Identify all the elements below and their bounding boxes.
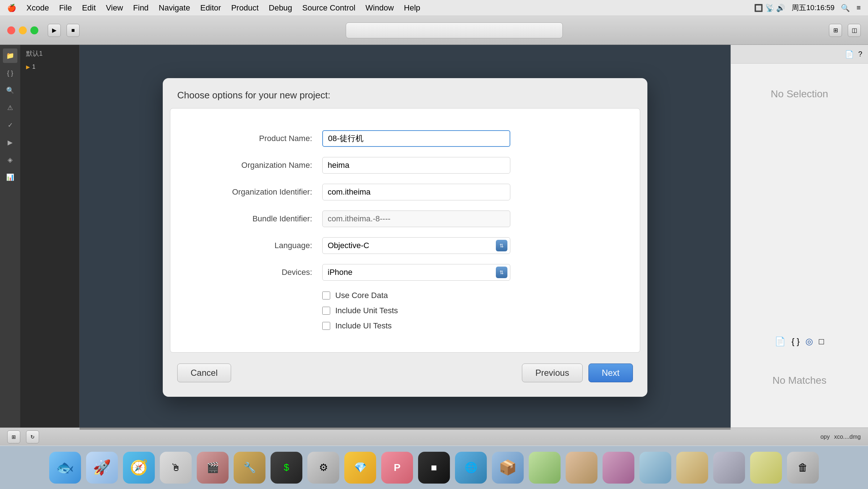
dock-icon-2[interactable] (529, 452, 561, 484)
dock-icon-7[interactable] (713, 452, 745, 484)
run-button[interactable]: ▶ (48, 24, 61, 37)
dock: 🐟 🚀 🧭 🖱 🎬 🔧 $ ⚙ 💎 P ■ 🌐 📦 🗑 (0, 446, 868, 489)
devices-label: Devices: (185, 268, 322, 277)
checkbox-group: Use Core Data Include Unit Tests Include… (322, 291, 625, 331)
include-ui-tests-checkbox[interactable] (322, 322, 330, 330)
product-name-input[interactable] (322, 130, 510, 147)
bottom-toolbar: ⊞ ↻ opy xco....dmg (0, 428, 868, 446)
org-name-input[interactable] (322, 157, 510, 174)
product-name-row: Product Name: (185, 130, 625, 147)
dock-icon-3[interactable] (566, 452, 597, 484)
dock-app-pink[interactable]: P (381, 452, 413, 484)
new-project-dialog: Choose options for your new project: Pro… (163, 78, 647, 397)
close-button[interactable] (7, 26, 15, 34)
panel-toggle-btn[interactable]: ◫ (848, 24, 861, 37)
copy-label: opy (820, 434, 830, 440)
traffic-lights (7, 26, 38, 34)
dock-icon-4[interactable] (603, 452, 634, 484)
panel-icon-file[interactable]: 📄 (775, 336, 786, 346)
search-icon[interactable]: 🔍 (841, 4, 850, 12)
menu-file[interactable]: File (59, 3, 72, 13)
menu-view[interactable]: View (106, 3, 123, 13)
include-unit-tests-checkbox[interactable] (322, 307, 330, 315)
include-unit-tests-label[interactable]: Include Unit Tests (335, 306, 398, 315)
org-identifier-input[interactable] (322, 184, 510, 200)
menu-source-control[interactable]: Source Control (302, 3, 356, 13)
dock-icon-6[interactable] (676, 452, 708, 484)
bundle-identifier-label: Bundle Identifier: (185, 214, 322, 224)
maximize-button[interactable] (30, 26, 38, 34)
dock-icon-5[interactable] (639, 452, 671, 484)
use-core-data-row: Use Core Data (322, 291, 625, 300)
status-icons: 🔲 📡 🔊 (754, 4, 785, 12)
sidebar-icon-tests[interactable]: ✓ (3, 118, 17, 132)
previous-button[interactable]: Previous (522, 363, 582, 382)
menu-help[interactable]: Help (404, 3, 420, 13)
bundle-identifier-row: Bundle Identifier: (185, 211, 625, 227)
menu-editor[interactable]: Editor (200, 3, 221, 13)
dock-finder[interactable]: 🐟 (49, 452, 81, 484)
next-button[interactable]: Next (588, 363, 633, 382)
view-toggle-btn[interactable]: ⊞ (829, 24, 842, 37)
stop-button[interactable]: ■ (67, 24, 80, 37)
dock-mouse[interactable]: 🖱 (160, 452, 192, 484)
include-ui-tests-label[interactable]: Include UI Tests (335, 321, 392, 331)
product-name-label: Product Name: (185, 134, 322, 143)
devices-row: Devices: iPhone iPad Universal ⇅ (185, 264, 625, 281)
dock-sketch[interactable]: 💎 (344, 452, 376, 484)
right-panel-question-icon[interactable]: ? (858, 50, 862, 58)
minimize-button[interactable] (19, 26, 27, 34)
dock-icon-1[interactable]: 📦 (492, 452, 524, 484)
dock-terminal[interactable]: $ (271, 452, 302, 484)
include-unit-tests-row: Include Unit Tests (322, 306, 625, 315)
sidebar-icon-breakpoints[interactable]: ◈ (3, 153, 17, 167)
devices-select-wrapper: iPhone iPad Universal ⇅ (322, 264, 510, 281)
panel-icon-circle[interactable]: ◎ (805, 336, 813, 346)
control-icon[interactable]: ≡ (856, 4, 861, 12)
menu-find[interactable]: Find (133, 3, 149, 13)
menu-navigate[interactable]: Navigate (159, 3, 190, 13)
right-panel-doc-icon[interactable]: 📄 (845, 50, 854, 59)
cancel-button[interactable]: Cancel (177, 363, 231, 382)
sidebar-icon-symbols[interactable]: { } (3, 66, 17, 80)
devices-select[interactable]: iPhone iPad Universal (322, 264, 510, 281)
org-name-label: Organization Name: (185, 161, 322, 170)
dock-video[interactable]: 🎬 (197, 452, 229, 484)
sidebar-icon-find[interactable]: 🔍 (3, 83, 17, 98)
right-panel-top-bar: 📄 ? (731, 45, 868, 64)
dock-app-dark[interactable]: ■ (418, 452, 450, 484)
panel-icon-braces[interactable]: { } (791, 336, 800, 346)
dock-launchpad[interactable]: 🚀 (86, 452, 118, 484)
dock-icon-8[interactable] (750, 452, 782, 484)
panel-icon-square[interactable]: □ (819, 336, 824, 346)
menu-xcode[interactable]: Xcode (26, 3, 49, 13)
bottom-icon-2[interactable]: ↻ (26, 430, 39, 443)
language-row: Language: Objective-C Swift ⇅ (185, 237, 625, 254)
dock-safari[interactable]: 🧭 (123, 452, 155, 484)
dock-tools[interactable]: 🔧 (234, 452, 265, 484)
dock-settings[interactable]: ⚙ (307, 452, 339, 484)
sidebar-icon-reports[interactable]: 📊 (3, 170, 17, 184)
scheme-selector[interactable] (346, 22, 563, 38)
sidebar-icon-issues[interactable]: ⚠ (3, 101, 17, 115)
bottom-icon-1[interactable]: ⊞ (7, 430, 20, 443)
menu-window[interactable]: Window (366, 3, 394, 13)
dock-browser[interactable]: 🌐 (455, 452, 487, 484)
sidebar-icon-debug[interactable]: ▶ (3, 135, 17, 150)
sidebar-label: 默认1 (20, 45, 79, 62)
language-select[interactable]: Objective-C Swift (322, 237, 510, 254)
menu-product[interactable]: Product (231, 3, 259, 13)
sidebar-icon-files[interactable]: 📁 (3, 48, 17, 63)
nav-buttons: Previous Next (522, 363, 633, 382)
clock: 周五10:16:59 (792, 3, 834, 13)
use-core-data-label[interactable]: Use Core Data (335, 291, 388, 300)
org-identifier-row: Organization Identifier: (185, 184, 625, 200)
xcode-toolbar: ▶ ■ ⊞ ◫ (0, 16, 868, 45)
menu-debug[interactable]: Debug (269, 3, 292, 13)
dock-trash[interactable]: 🗑 (787, 452, 819, 484)
sidebar-item-1[interactable]: ▶1 (20, 62, 79, 72)
menu-edit[interactable]: Edit (82, 3, 96, 13)
dialog-body: Product Name: Organization Name: Organiz… (170, 108, 640, 353)
apple-menu[interactable]: 🍎 (7, 4, 16, 12)
use-core-data-checkbox[interactable] (322, 292, 330, 299)
